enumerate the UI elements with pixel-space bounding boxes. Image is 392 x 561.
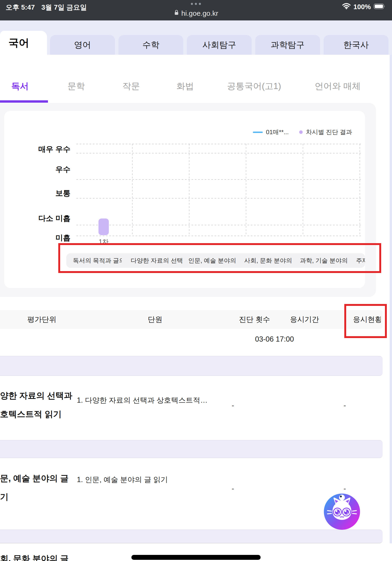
gridline-h <box>76 144 362 144</box>
gridline-h <box>76 179 362 180</box>
subtab-composition[interactable]: 작문 <box>112 82 150 91</box>
status-bar: 오후 5:47 3월 7일 금요일 hi.goe.go.kr 100% <box>0 0 392 21</box>
exam-period-value: 03-06 17:00 <box>244 334 305 344</box>
y-axis-label-poor: 미흡 <box>0 233 70 242</box>
tab-science[interactable]: 과학탐구 <box>255 35 320 55</box>
address-bar[interactable]: hi.goe.go.kr <box>0 9 392 17</box>
legend-line-swatch <box>253 131 263 133</box>
gridline-h <box>76 198 362 198</box>
subtab-reading[interactable]: 독서 <box>8 82 32 91</box>
col-header-lesson: 단원 <box>132 310 179 329</box>
evaluation-unit-cell: 다양한 자료의 선택과 상호텍스트적 읽기 <box>0 386 72 423</box>
gridline-v <box>132 144 132 236</box>
col-header-exam-period: 응시기간 <box>281 310 328 329</box>
col-header-evaluation-unit: 평가단위 <box>14 310 70 329</box>
legend-diagnosis-series-label[interactable]: 차시별 진단 결과 <box>306 128 352 136</box>
subtab-language-media[interactable]: 언어와 매체 <box>307 82 368 91</box>
scrollbar-track[interactable] <box>390 55 392 543</box>
active-subtab-underline <box>0 100 48 103</box>
gridline-h <box>76 236 362 236</box>
gridline-v <box>303 144 303 236</box>
subtab-common-korean[interactable]: 공통국어(고1) <box>224 82 285 91</box>
tab-english[interactable]: 영어 <box>50 35 115 55</box>
y-axis-label-somewhat-poor: 다소 미흡 <box>0 214 70 223</box>
gridline-h <box>76 225 362 225</box>
battery-percent: 100% <box>353 3 371 11</box>
battery-icon <box>374 3 385 11</box>
tab-korean-history[interactable]: 한국사 <box>324 35 389 55</box>
annotation-box-xaxis-labels <box>58 243 381 273</box>
diagnosis-result-bar-1st[interactable] <box>98 218 109 235</box>
window-dots-icon[interactable] <box>191 3 201 5</box>
gridline-v <box>359 144 360 236</box>
col-header-diagnosis-count: 진단 횟수 <box>231 310 278 329</box>
diagnosis-count-cell: - <box>219 484 247 493</box>
lock-icon <box>174 9 179 17</box>
wifi-icon <box>342 3 351 11</box>
row-separator-band <box>0 356 383 376</box>
y-axis-label-excellent-plus: 매우 우수 <box>0 144 70 154</box>
chart-legend: 01매**... 차시별 진단 결과 <box>253 128 352 136</box>
evaluation-unit-cell: 인문, 예술 분야의 글 읽기 <box>0 469 69 506</box>
exam-status-cell: - <box>331 484 359 493</box>
status-indicators: 100% <box>342 3 385 11</box>
home-indicator[interactable] <box>131 555 261 560</box>
evaluation-unit-cell-partial: 사회, 문화 분야의 글 <box>0 549 69 561</box>
tab-social-studies[interactable]: 사회탐구 <box>187 35 252 55</box>
tab-math[interactable]: 수학 <box>119 35 183 55</box>
lesson-cell: 1. 다양한 자료의 선택과 상호텍스트적… <box>77 396 207 405</box>
annotation-box-exam-status-column <box>344 304 387 338</box>
row-separator-band <box>0 529 383 543</box>
url-text: hi.goe.go.kr <box>181 9 218 17</box>
legend-dot-swatch <box>299 130 303 134</box>
row-separator-band <box>0 440 383 458</box>
legend-user-series-label[interactable]: 01매**... <box>266 128 289 136</box>
gridline-v <box>189 144 189 236</box>
safari-page: 오후 5:47 3월 7일 금요일 hi.goe.go.kr 100% 국어 영… <box>0 0 392 561</box>
exam-status-cell: - <box>331 401 359 410</box>
gridline-v <box>246 144 246 236</box>
tab-korean[interactable]: 국어 <box>0 31 47 55</box>
lesson-cell: 1. 인문, 예술 분야의 글 읽기 <box>77 475 168 485</box>
subject-tab-bar: 국어 영어 수학 사회탐구 과학탐구 한국사 <box>0 21 392 55</box>
gridline-h <box>76 153 362 153</box>
y-axis-label-average: 보통 <box>0 188 70 198</box>
y-axis-label-excellent: 우수 <box>0 165 70 174</box>
diagnosis-count-cell: - <box>219 401 247 410</box>
subtab-speech[interactable]: 화법 <box>166 82 204 91</box>
robot-cat-icon <box>324 494 360 530</box>
chatbot-button[interactable] <box>324 494 360 530</box>
subtab-literature[interactable]: 문학 <box>57 82 95 91</box>
table-header-row: 평가단위 단원 진단 횟수 응시기간 응시현황 <box>0 310 383 329</box>
